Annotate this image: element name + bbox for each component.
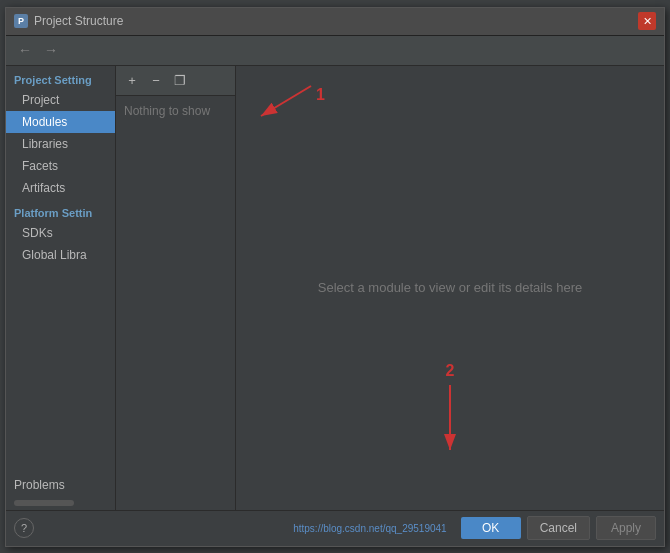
modules-add-button[interactable]: + — [122, 70, 142, 90]
modules-panel: + − ❐ Nothing to show — [116, 66, 236, 510]
sidebar-item-problems[interactable]: Problems — [6, 470, 115, 496]
apply-button[interactable]: Apply — [596, 516, 656, 540]
nothing-to-show-label: Nothing to show — [116, 96, 235, 126]
sidebar-item-libraries[interactable]: Libraries — [6, 133, 115, 155]
main-split: + − ❐ Nothing to show 1 — [116, 66, 664, 510]
arrow-1 — [256, 81, 316, 131]
help-button[interactable]: ? — [14, 518, 34, 538]
modules-remove-button[interactable]: − — [146, 70, 166, 90]
title-bar: P Project Structure ✕ — [6, 8, 664, 36]
modules-toolbar: + − ❐ — [116, 66, 235, 96]
sidebar-item-artifacts[interactable]: Artifacts — [6, 177, 115, 199]
close-button[interactable]: ✕ — [638, 12, 656, 30]
main-toolbar: ← → — [6, 36, 664, 66]
sidebar: Project Setting Project Modules Librarie… — [6, 66, 116, 510]
sidebar-item-sdks[interactable]: SDKs — [6, 222, 115, 244]
annotation-2-label: 2 — [446, 362, 455, 380]
arrow-2 — [420, 385, 480, 465]
ok-button[interactable]: OK — [461, 517, 521, 539]
content-area: Project Setting Project Modules Librarie… — [6, 66, 664, 510]
bottom-right: https://blog.csdn.net/qq_29519041 OK Can… — [293, 516, 656, 540]
select-module-text: Select a module to view or edit its deta… — [318, 280, 582, 295]
window-title: Project Structure — [34, 14, 638, 28]
project-structure-window: P Project Structure ✕ ← → Project Settin… — [5, 7, 665, 547]
sidebar-item-global-libraries[interactable]: Global Libra — [6, 244, 115, 266]
sidebar-item-facets[interactable]: Facets — [6, 155, 115, 177]
annotation-1-label: 1 — [316, 86, 325, 104]
sidebar-scrollbar[interactable] — [14, 500, 74, 506]
cancel-button[interactable]: Cancel — [527, 516, 590, 540]
platform-settings-header: Platform Settin — [6, 199, 115, 222]
back-button[interactable]: ← — [14, 39, 36, 61]
bottom-bar: ? https://blog.csdn.net/qq_29519041 OK C… — [6, 510, 664, 546]
forward-button[interactable]: → — [40, 39, 62, 61]
bottom-left: ? — [14, 518, 34, 538]
svg-line-1 — [261, 86, 311, 116]
window-icon: P — [14, 14, 28, 28]
sidebar-item-modules[interactable]: Modules — [6, 111, 115, 133]
detail-panel: 1 Select a module to view or edit its de… — [236, 66, 664, 510]
sidebar-item-project[interactable]: Project — [6, 89, 115, 111]
project-settings-header: Project Setting — [6, 66, 115, 89]
modules-copy-button[interactable]: ❐ — [170, 70, 190, 90]
url-hint: https://blog.csdn.net/qq_29519041 — [293, 523, 446, 534]
